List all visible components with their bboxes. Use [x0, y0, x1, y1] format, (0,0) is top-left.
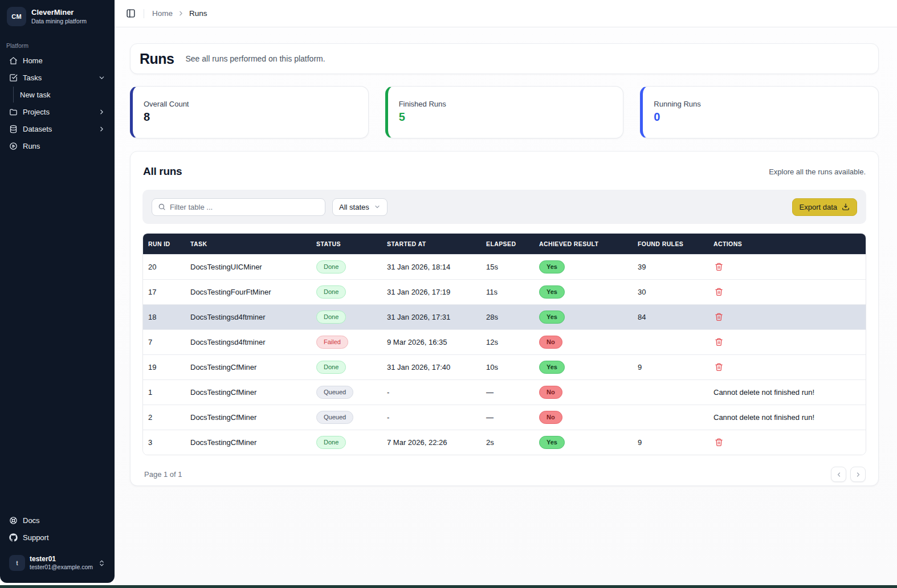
trash-icon [715, 337, 723, 346]
search-icon [158, 203, 166, 211]
sidebar-item-support[interactable]: Support [5, 530, 110, 546]
table-row[interactable]: 2DocsTestingCfMinerQueued-—NoCannot dele… [143, 405, 866, 430]
all-runs-subtitle: Explore all the runs available. [769, 168, 866, 176]
tasks-icon [9, 74, 18, 82]
table-row[interactable]: 18DocsTestingsd4ftminerDone31 Jan 2026, … [143, 304, 866, 329]
sidebar-item-label: New task [20, 91, 50, 99]
trash-icon [715, 438, 723, 447]
cell-achieved-result: Yes [534, 285, 633, 299]
cell-actions: Cannot delete not finished run! [708, 413, 866, 422]
sidebar-item-home[interactable]: Home [5, 52, 110, 68]
cell-elapsed: 28s [481, 313, 534, 321]
user-menu[interactable]: t tester01 tester01@example.com [6, 552, 109, 575]
brand-header[interactable]: CM CleverMiner Data mining platform [0, 0, 115, 32]
runs-table-header: Run ID Task Status Started At Elapsed Ac… [143, 234, 866, 254]
cell-started-at: - [382, 413, 481, 422]
breadcrumb: Home Runs [152, 9, 207, 18]
cell-run-id: 19 [143, 363, 185, 371]
brand-name: CleverMiner [31, 8, 87, 17]
page-title: Runs [140, 51, 174, 67]
sidebar-item-runs[interactable]: Runs [5, 138, 110, 154]
status-badge: Done [316, 311, 346, 324]
cell-elapsed: 2s [481, 438, 534, 447]
sidebar-item-tasks[interactable]: Tasks [5, 70, 110, 85]
achieved-result-badge: Yes [539, 311, 565, 324]
status-badge: Done [316, 285, 346, 299]
cannot-delete-message: Cannot delete not finished run! [713, 388, 814, 397]
export-data-button[interactable]: Export data [792, 198, 858, 216]
brand-subtitle: Data mining platform [31, 18, 87, 25]
sidebar-item-docs[interactable]: Docs [5, 513, 110, 529]
column-header-achieved-result: Achieved Result [534, 240, 633, 247]
chevron-left-icon [835, 471, 842, 478]
github-icon [9, 533, 18, 542]
table-row[interactable]: 1DocsTestingCfMinerQueued-—NoCannot dele… [143, 379, 866, 405]
table-row[interactable]: 20DocsTestingUICMinerDone31 Jan 2026, 18… [143, 254, 866, 279]
status-badge: Done [316, 436, 346, 449]
delete-run-button[interactable] [713, 286, 724, 297]
status-badge: Done [316, 260, 346, 273]
table-row[interactable]: 17DocsTestingFourFtMinerDone31 Jan 2026,… [143, 279, 866, 304]
column-header-run-id: Run ID [143, 240, 185, 247]
sidebar-item-label: Docs [23, 516, 40, 525]
sidebar-item-label: Projects [23, 108, 50, 116]
stat-card-overall-count: Overall Count 8 [130, 86, 369, 138]
page-subtitle: See all runs performed on this platform. [186, 54, 325, 63]
previous-page-button[interactable] [831, 467, 846, 482]
cell-actions [708, 436, 866, 448]
breadcrumb-home[interactable]: Home [152, 9, 173, 18]
brand-logo: CM [7, 7, 26, 26]
cell-status: Done [311, 285, 382, 299]
states-select[interactable]: All states [332, 198, 388, 216]
delete-run-button[interactable] [713, 361, 724, 373]
cell-elapsed: 10s [481, 363, 534, 371]
cell-achieved-result: Yes [534, 436, 633, 449]
cell-status: Done [311, 436, 382, 449]
cell-started-at: 31 Jan 2026, 17:19 [382, 288, 481, 296]
achieved-result-badge: No [539, 386, 562, 399]
runs-table: Run ID Task Status Started At Elapsed Ac… [142, 233, 866, 455]
stats-row: Overall Count 8 Finished Runs 5 Running … [130, 86, 879, 138]
next-page-button[interactable] [850, 467, 866, 482]
delete-run-button[interactable] [713, 311, 724, 322]
cell-actions [708, 311, 866, 323]
sidebar-item-datasets[interactable]: Datasets [5, 121, 110, 137]
cell-task: DocsTestingsd4ftminer [185, 338, 311, 346]
table-row[interactable]: 3DocsTestingCfMinerDone7 Mar 2026, 22:26… [143, 430, 866, 455]
table-toolbar: All states Export data [142, 190, 866, 224]
achieved-result-badge: Yes [539, 361, 565, 374]
folder-icon [9, 108, 18, 116]
page-indicator: Page 1 of 1 [144, 470, 182, 479]
cell-started-at: 31 Jan 2026, 17:40 [382, 363, 481, 371]
cell-found-rules: 9 [633, 438, 708, 447]
runs-table-body: 20DocsTestingUICMinerDone31 Jan 2026, 18… [143, 254, 866, 455]
sidebar-item-new-task[interactable]: New task [20, 87, 50, 103]
sidebar-item-projects[interactable]: Projects [5, 104, 110, 120]
table-row[interactable]: 19DocsTestingCfMinerDone31 Jan 2026, 17:… [143, 354, 866, 379]
column-header-started-at: Started At [382, 240, 481, 247]
chevron-right-icon [177, 10, 185, 17]
delete-run-button[interactable] [713, 336, 724, 348]
sidebar: CM CleverMiner Data mining platform Plat… [0, 0, 115, 583]
delete-run-button[interactable] [713, 436, 724, 448]
sidebar-toggle-icon[interactable] [126, 9, 136, 18]
table-row[interactable]: 7DocsTestingsd4ftminerFailed9 Mar 2026, … [143, 329, 866, 354]
stat-label: Finished Runs [399, 100, 613, 108]
trash-icon [715, 312, 723, 321]
cell-task: DocsTestingCfMiner [185, 438, 311, 447]
chevron-right-icon [98, 125, 105, 133]
user-email: tester01@example.com [30, 564, 93, 571]
stat-card-finished-runs: Finished Runs 5 [385, 86, 624, 138]
cell-run-id: 7 [143, 338, 185, 346]
achieved-result-badge: No [539, 411, 562, 424]
filter-input[interactable] [170, 203, 319, 211]
breadcrumb-current: Runs [189, 9, 207, 18]
chevrons-up-down-icon [98, 560, 105, 567]
delete-run-button[interactable] [713, 261, 724, 272]
column-header-status: Status [311, 240, 382, 247]
cell-run-id: 2 [143, 413, 185, 422]
trash-icon [715, 362, 723, 371]
cell-found-rules: 39 [633, 263, 708, 271]
tree-line [13, 87, 14, 103]
cell-status: Queued [311, 411, 382, 424]
